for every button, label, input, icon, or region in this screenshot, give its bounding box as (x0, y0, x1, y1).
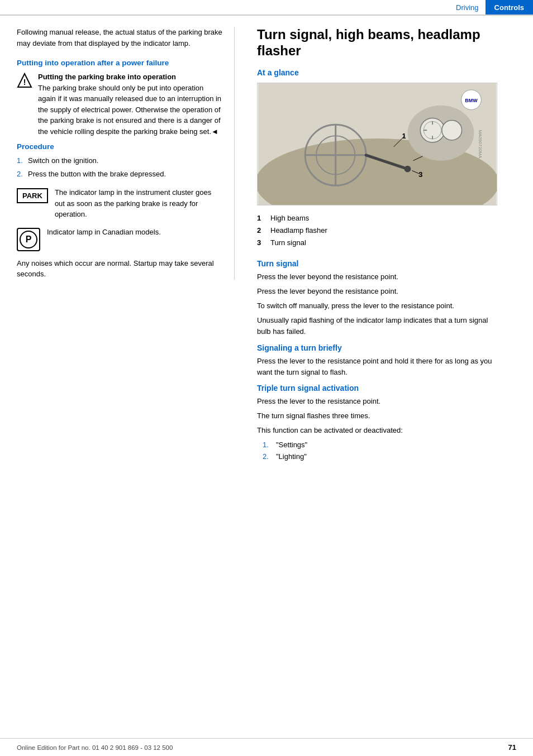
triple-turn-heading: Triple turn signal activation (257, 384, 503, 393)
procedure-step-2: 2. Press the button with the brake depre… (17, 169, 223, 180)
right-col-inner: Turn signal, high beams, headlamp flashe… (251, 27, 503, 463)
step-num-2: 2. (17, 169, 23, 180)
turn-signal-p2: Press the lever beyond the resistance po… (257, 286, 503, 297)
footer-text: Online Edition for Part no. 01 40 2 901 … (17, 744, 173, 751)
turn-signal-p1: Press the lever beyond the resistance po… (257, 271, 503, 283)
triple-step-num-1: 1. (263, 439, 272, 451)
turn-signal-p3: To switch off manually, press the lever … (257, 300, 503, 312)
glance-label-2: Headlamp flasher (270, 224, 327, 237)
park-indicator-box: PARK The indicator lamp in the instrumen… (17, 187, 223, 220)
signaling-briefly-text: Press the lever to the resistance point … (257, 356, 503, 378)
triple-turn-p1: Press the lever to the resistance point. (257, 396, 503, 407)
glance-num-2: 2 (257, 224, 266, 237)
warning-block: ! Putting the parking brake into operati… (17, 71, 223, 137)
park-indicator-text: The indicator lamp in the instrument clu… (55, 187, 223, 220)
top-navigation: Driving Controls (0, 0, 533, 16)
procedure-heading: Procedure (17, 142, 223, 151)
page-title: Turn signal, high beams, headlamp flashe… (257, 27, 503, 59)
intro-text: Following manual release, the actual sta… (17, 27, 223, 49)
triple-step-2: 2. "Lighting" (263, 451, 503, 463)
triple-step-1: 1. "Settings" (263, 439, 503, 451)
step-text-1: Switch on the ignition. (28, 156, 98, 165)
svg-text:1: 1 (402, 132, 406, 140)
circle-p-badge: P (17, 228, 40, 251)
glance-num-3: 3 (257, 237, 266, 249)
glance-num-1: 1 (257, 212, 266, 224)
signaling-briefly-heading: Signaling a turn briefly (257, 343, 503, 352)
triple-step-text-1: "Settings" (276, 439, 307, 451)
at-a-glance-heading: At a glance (257, 68, 503, 77)
warning-text: Putting the parking brake into operation… (38, 71, 223, 137)
turn-signal-heading: Turn signal (257, 259, 503, 268)
circle-p-symbol: P (20, 231, 37, 248)
warning-body: The parking brake should only be put int… (38, 84, 221, 136)
park-badge: PARK (17, 188, 48, 203)
any-noises-text: Any noises which occur are normal. Start… (17, 258, 223, 280)
triple-step-num-2: 2. (263, 451, 272, 463)
glance-label-1: High beams (270, 212, 309, 224)
glance-list: 1 High beams 2 Headlamp flasher 3 Turn s… (257, 212, 503, 249)
procedure-step-1: 1. Switch on the ignition. (17, 155, 223, 166)
svg-text:3: 3 (418, 170, 422, 179)
footer: Online Edition for Part no. 01 40 2 901 … (0, 738, 533, 756)
nav-driving: Driving (449, 1, 485, 14)
glance-item-3: 3 Turn signal (257, 237, 503, 249)
triple-turn-p3: This function can be activated or deacti… (257, 425, 503, 436)
svg-point-9 (404, 165, 411, 172)
car-image-inner: 1 2 3 (258, 83, 497, 205)
left-col-inner: Following manual release, the actual sta… (17, 27, 235, 280)
power-failure-heading: Putting into operation after a power fai… (17, 59, 223, 67)
triple-turn-steps: 1. "Settings" 2. "Lighting" (257, 439, 503, 463)
warning-icon: ! (17, 73, 32, 88)
nav-controls: Controls (486, 0, 533, 15)
warning-bold-text: Putting the parking brake into operation (38, 73, 176, 81)
procedure-list: 1. Switch on the ignition. 2. Press the … (17, 155, 223, 179)
canadian-indicator-text: Indicator lamp in Canadian models. (47, 227, 161, 238)
canadian-indicator-box: P Indicator lamp in Canadian models. (17, 227, 223, 251)
content-wrapper: Following manual release, the actual sta… (0, 16, 533, 477)
image-watermark: MA090720MA (478, 130, 483, 158)
left-column: Following manual release, the actual sta… (17, 27, 235, 466)
svg-text:!: ! (23, 78, 26, 87)
triple-turn-p2: The turn signal flashes three times. (257, 410, 503, 422)
step-text-2: Press the button with the brake depresse… (28, 170, 166, 178)
glance-label-3: Turn signal (270, 237, 306, 249)
glance-item-1: 1 High beams (257, 212, 503, 224)
triple-step-text-2: "Lighting" (276, 451, 307, 463)
svg-point-18 (442, 120, 462, 140)
svg-text:BMW: BMW (465, 97, 478, 103)
glance-item-2: 2 Headlamp flasher (257, 224, 503, 237)
page-number: 71 (508, 743, 516, 752)
step-num-1: 1. (17, 155, 23, 166)
car-image-box: 1 2 3 (257, 83, 497, 205)
right-column: Turn signal, high beams, headlamp flashe… (251, 27, 503, 466)
turn-signal-p4: Unusually rapid flashing of the indicato… (257, 315, 503, 337)
